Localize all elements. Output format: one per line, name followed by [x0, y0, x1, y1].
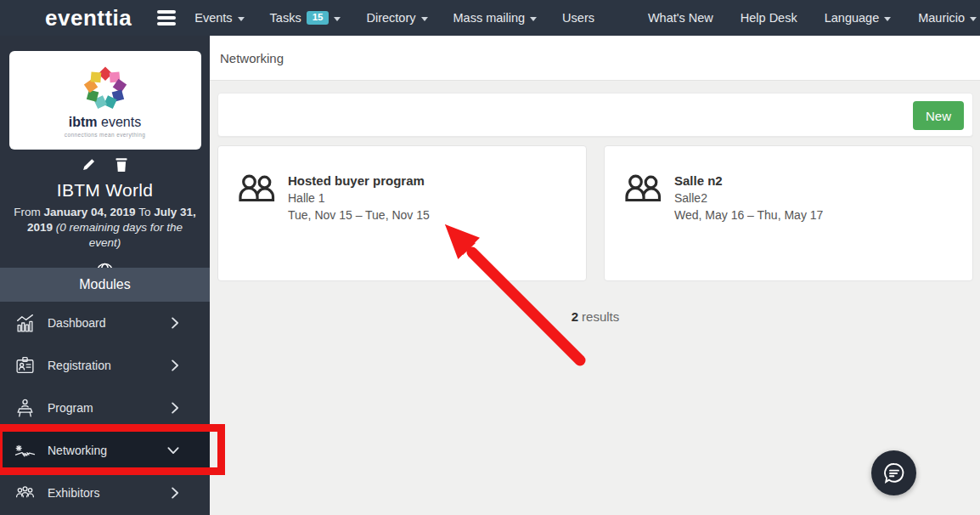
main-content: Networking New Hosted buyer program Hall… [210, 36, 980, 515]
chevron-right-icon [172, 317, 179, 329]
chevron-right-icon [172, 359, 179, 371]
delete-trash-icon[interactable] [115, 157, 128, 173]
nav-item-help-desk[interactable]: Help Desk [741, 11, 797, 25]
chevron-right-icon [172, 402, 179, 414]
caret-down-icon [334, 17, 341, 21]
nav-item-whats-new[interactable]: What's New [648, 11, 713, 25]
chevron-right-icon [172, 487, 179, 499]
caret-down-icon [970, 17, 977, 21]
ibtm-pinwheel-logo [79, 64, 132, 113]
nav-item-events[interactable]: Events [194, 11, 244, 25]
hamburger-menu-icon[interactable] [157, 10, 176, 25]
navbar-left-menu: Events Tasks 15 Directory Mass mailing U… [194, 11, 594, 25]
registration-badge-icon [12, 355, 37, 376]
networking-card-salle-n2[interactable]: Salle n2 Salle2 Wed, May 16 – Thu, May 1… [604, 145, 973, 281]
card-title: Hosted buyer program [288, 173, 430, 188]
nav-item-tasks[interactable]: Tasks 15 [270, 11, 341, 25]
card-location: Salle2 [674, 191, 823, 205]
navbar-right-menu: What's New Help Desk Language Mauricio [648, 11, 980, 25]
networking-handshake-icon [12, 440, 37, 461]
event-title: IBTM World [0, 180, 210, 201]
caret-down-icon [530, 17, 537, 21]
chevron-down-icon [167, 447, 179, 455]
edit-pencil-icon[interactable] [82, 157, 96, 172]
nav-item-directory[interactable]: Directory [366, 11, 427, 25]
event-logo-card: ibtm events connections mean everything [9, 51, 201, 150]
sidebar-item-registration[interactable]: Registration [0, 344, 210, 387]
ibtm-tagline: connections mean everything [65, 132, 145, 138]
networking-card-hosted-buyer[interactable]: Hosted buyer program Halle 1 Tue, Nov 15… [217, 145, 587, 281]
new-button[interactable]: New [913, 101, 964, 130]
networking-cards: Hosted buyer program Halle 1 Tue, Nov 15… [217, 145, 973, 281]
sidebar-item-dashboard[interactable]: Dashboard [0, 302, 210, 344]
sidebar: ibtm events connections mean everything … [0, 36, 210, 515]
participants-icon [237, 173, 278, 280]
card-dates: Wed, May 16 – Thu, May 17 [674, 208, 823, 222]
results-count: 2results [217, 309, 973, 324]
tasks-count-badge: 15 [307, 11, 329, 25]
nav-item-language[interactable]: Language [825, 11, 892, 25]
modules-header: Modules [0, 268, 210, 302]
dashboard-chart-icon [12, 313, 37, 334]
sidebar-item-networking[interactable]: Networking [0, 429, 210, 472]
caret-down-icon [884, 17, 891, 21]
event-date-range: From January 04, 2019 To July 31, 2019 (… [10, 205, 200, 252]
nav-item-mass-mailing[interactable]: Mass mailing [453, 11, 538, 25]
chat-bubble-icon [881, 461, 907, 486]
eventtia-logo[interactable]: eventtia [45, 5, 132, 31]
exhibitors-people-icon [12, 483, 37, 504]
participants-icon [623, 173, 664, 280]
nav-item-user-mauricio[interactable]: Mauricio [918, 11, 977, 25]
ibtm-events-wordmark: ibtm events [69, 115, 141, 130]
sidebar-item-exhibitors[interactable]: Exhibitors [0, 472, 210, 514]
chat-button[interactable] [871, 450, 916, 495]
event-actions [0, 157, 210, 173]
program-podium-icon [12, 398, 37, 419]
page-header: Networking [210, 36, 980, 81]
nav-item-users[interactable]: Users [562, 11, 594, 25]
card-dates: Tue, Nov 15 – Tue, Nov 15 [288, 208, 430, 222]
card-location: Halle 1 [288, 191, 430, 205]
page-title: Networking [220, 51, 284, 65]
card-title: Salle n2 [674, 173, 823, 188]
top-navbar: eventtia Events Tasks 15 Directory Mass … [0, 0, 980, 36]
modules-menu: Modules Dashboard [0, 268, 210, 514]
networking-toolbar: New [217, 93, 973, 137]
caret-down-icon [238, 17, 245, 21]
sidebar-item-program[interactable]: Program [0, 387, 210, 429]
caret-down-icon [421, 17, 428, 21]
